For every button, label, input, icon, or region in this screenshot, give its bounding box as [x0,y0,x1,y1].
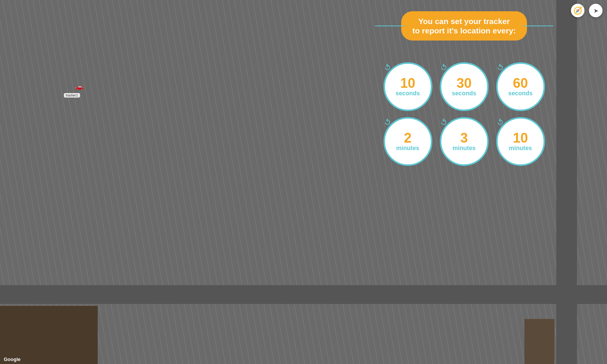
parking-lot-bg [169,8,319,95]
circle-unit-3: minutes [396,145,419,152]
phone2-screen: 10:37 📶 83% 🔋 ← tracker1 ⋮ INFO HISTORY [169,8,319,95]
circle-10s: ↺ 10 seconds [384,62,432,111]
circle-number-1: 30 [456,77,471,90]
circle-unit-0: seconds [396,90,420,97]
circle-unit-2: seconds [508,90,533,97]
circle-number-2: 60 [513,77,528,90]
circle-number-5: 10 [513,131,528,145]
circle-unit-1: seconds [452,90,476,97]
orange-banner: You can set your tracker to report it's … [401,11,527,41]
phone2-mockup: 10:37 📶 83% 🔋 ← tracker1 ⋮ INFO HISTORY [167,8,321,107]
circle-unit-5: minutes [509,145,532,152]
circle-60s: ↺ 60 seconds [496,62,545,111]
circle-10m: ↺ 10 minutes [496,117,545,166]
circle-number-4: 3 [460,131,468,145]
circle-number-3: 2 [404,131,411,145]
circle-number-0: 10 [400,77,415,90]
circle-2m: ↺ 2 minutes [384,117,432,166]
circle-unit-4: minutes [453,145,476,152]
banner-text-1: You can set your tracker to report it's … [412,17,516,35]
circle-3m: ↺ 3 minutes [440,117,489,166]
circle-30s: ↺ 30 seconds [440,62,489,111]
